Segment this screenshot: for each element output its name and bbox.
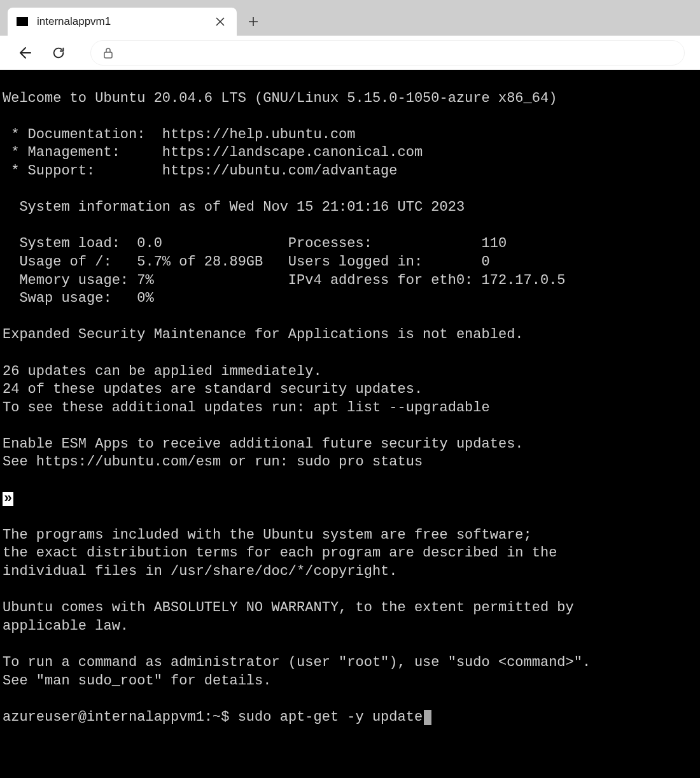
refresh-icon xyxy=(52,46,66,60)
svg-rect-0 xyxy=(104,52,112,58)
new-tab-button[interactable] xyxy=(241,9,266,34)
updates-line: To see these additional updates run: apt… xyxy=(3,400,490,416)
browser-toolbar xyxy=(0,36,700,70)
sudo-hint-line: To run a command as administrator (user … xyxy=(3,654,591,670)
arrow-left-icon xyxy=(17,45,32,60)
tab-bar: internalappvm1 xyxy=(0,0,700,36)
refresh-button[interactable] xyxy=(50,44,67,62)
command-input[interactable]: sudo apt-get -y update xyxy=(238,709,423,725)
esm-line: Expanded Security Maintenance for Applic… xyxy=(3,327,524,343)
legal-line: the exact distribution terms for each pr… xyxy=(3,545,557,561)
legal-line: applicable law. xyxy=(3,618,129,634)
sysinfo-line: System load: 0.0 Processes: 110 xyxy=(3,236,507,251)
motd-doc-link: * Documentation: https://help.ubuntu.com xyxy=(3,127,356,143)
updates-line: 26 updates can be applied immediately. xyxy=(3,364,322,379)
shell-prompt: azureuser@internalappvm1:~$ sudo apt-get… xyxy=(3,709,431,725)
tab-favicon-icon xyxy=(17,17,28,26)
legal-line: Ubuntu comes with ABSOLUTELY NO WARRANTY… xyxy=(3,600,574,616)
chevrons-icon: » xyxy=(3,492,13,506)
browser-tab[interactable]: internalappvm1 xyxy=(8,8,237,36)
back-button[interactable] xyxy=(15,44,33,62)
motd-welcome: Welcome to Ubuntu 20.04.6 LTS (GNU/Linux… xyxy=(3,90,557,106)
plus-icon xyxy=(248,17,258,27)
updates-line: 24 of these updates are standard securit… xyxy=(3,381,423,397)
esm-line: Enable ESM Apps to receive additional fu… xyxy=(3,436,524,452)
tab-title: internalappvm1 xyxy=(37,15,204,28)
terminal-output[interactable]: Welcome to Ubuntu 20.04.6 LTS (GNU/Linux… xyxy=(0,70,700,778)
sudo-hint-line: See "man sudo_root" for details. xyxy=(3,673,271,689)
prompt-text: azureuser@internalappvm1:~$ xyxy=(3,709,238,725)
sysinfo-header: System information as of Wed Nov 15 21:0… xyxy=(3,199,465,215)
close-tab-button[interactable] xyxy=(213,14,228,29)
motd-support-link: * Support: https://ubuntu.com/advantage xyxy=(3,163,398,179)
legal-line: The programs included with the Ubuntu sy… xyxy=(3,527,532,543)
cursor-icon xyxy=(424,710,431,725)
close-icon xyxy=(216,17,225,26)
sysinfo-line: Usage of /: 5.7% of 28.89GB Users logged… xyxy=(3,254,490,270)
address-bar[interactable] xyxy=(90,40,685,66)
legal-line: individual files in /usr/share/doc/*/cop… xyxy=(3,563,398,579)
motd-mgmt-link: * Management: https://landscape.canonica… xyxy=(3,145,423,160)
esm-line: See https://ubuntu.com/esm or run: sudo … xyxy=(3,454,423,470)
sysinfo-line: Swap usage: 0% xyxy=(3,290,154,306)
lock-icon xyxy=(102,47,114,59)
sysinfo-line: Memory usage: 7% IPv4 address for eth0: … xyxy=(3,272,566,288)
